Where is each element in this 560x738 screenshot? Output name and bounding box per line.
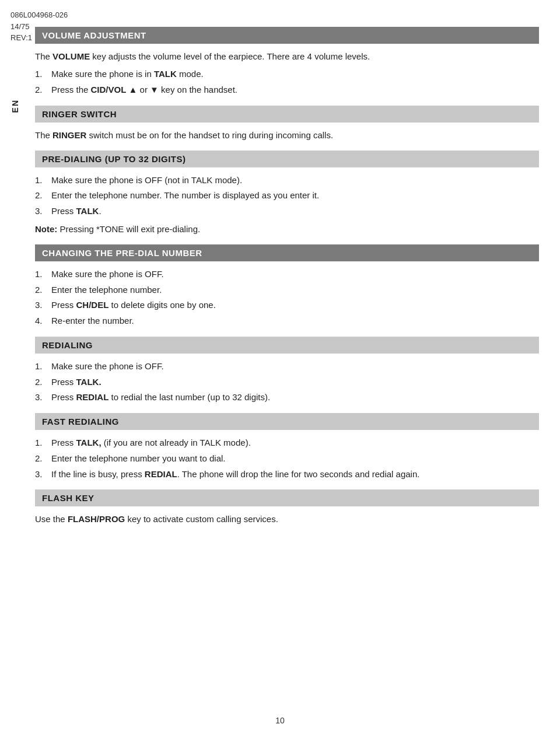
volume-intro: The VOLUME key adjusts the volume level … xyxy=(35,50,539,64)
list-item: 1.Make sure the phone is in TALK mode. xyxy=(35,67,539,82)
volume-list: 1.Make sure the phone is in TALK mode. 2… xyxy=(35,67,539,97)
list-item: 1.Make sure the phone is OFF. xyxy=(35,359,539,374)
list-item: 2.Press the CID/VOL ▲ or ▼ key on the ha… xyxy=(35,83,539,97)
list-item: 1.Press TALK, (if you are not already in… xyxy=(35,436,539,450)
ringer-intro: The RINGER switch must be on for the han… xyxy=(35,128,539,142)
redialing-list: 1.Make sure the phone is OFF. 2.Press TA… xyxy=(35,359,539,405)
fast-redialing-list: 1.Press TALK, (if you are not already in… xyxy=(35,436,539,481)
section-header-predialing: PRE-DIALING (UP TO 32 DIGITS) xyxy=(35,151,539,167)
main-content: VOLUME ADJUSTMENT The VOLUME key adjusts… xyxy=(35,11,539,526)
section-header-fast-redialing: FAST REDIALING xyxy=(35,413,539,430)
header-meta: 086L004968-026 14/75 REV:1 xyxy=(10,9,68,44)
section-header-volume: VOLUME ADJUSTMENT xyxy=(35,27,539,44)
list-item: 2.Enter the telephone number. xyxy=(35,283,539,298)
list-item: 2.Press TALK. xyxy=(35,375,539,390)
list-item: 3.Press CH/DEL to delete digits one by o… xyxy=(35,298,539,313)
page-number: 10 xyxy=(0,716,560,725)
page-info: 14/75 xyxy=(10,21,68,33)
changing-predial-list: 1.Make sure the phone is OFF. 2.Enter th… xyxy=(35,267,539,328)
list-item: 3.Press TALK. xyxy=(35,204,539,219)
doc-id: 086L004968-026 xyxy=(10,9,68,21)
list-item: 1.Make sure the phone is OFF (not in TAL… xyxy=(35,173,539,188)
section-header-changing-predial: CHANGING THE PRE-DIAL NUMBER xyxy=(35,244,539,261)
list-item: 3.If the line is busy, press REDIAL. The… xyxy=(35,467,539,482)
list-item: 2.Enter the telephone number you want to… xyxy=(35,452,539,466)
page-wrapper: 086L004968-026 14/75 REV:1 EN VOLUME ADJ… xyxy=(0,0,560,738)
list-item: 1.Make sure the phone is OFF. xyxy=(35,267,539,282)
predialing-note: Note: Pressing *TONE will exit pre-diali… xyxy=(35,222,539,236)
list-item: 2.Enter the telephone number. The number… xyxy=(35,188,539,203)
predialing-list: 1.Make sure the phone is OFF (not in TAL… xyxy=(35,173,539,219)
section-header-redialing: REDIALING xyxy=(35,337,539,354)
rev: REV:1 xyxy=(10,32,68,44)
section-header-flash-key: FLASH KEY xyxy=(35,489,539,506)
list-item: 4.Re-enter the number. xyxy=(35,314,539,328)
list-item: 3.Press REDIAL to redial the last number… xyxy=(35,390,539,405)
language-label: EN xyxy=(10,99,20,113)
flash-key-intro: Use the FLASH/PROG key to activate custo… xyxy=(35,512,539,526)
section-header-ringer: RINGER SWITCH xyxy=(35,106,539,123)
